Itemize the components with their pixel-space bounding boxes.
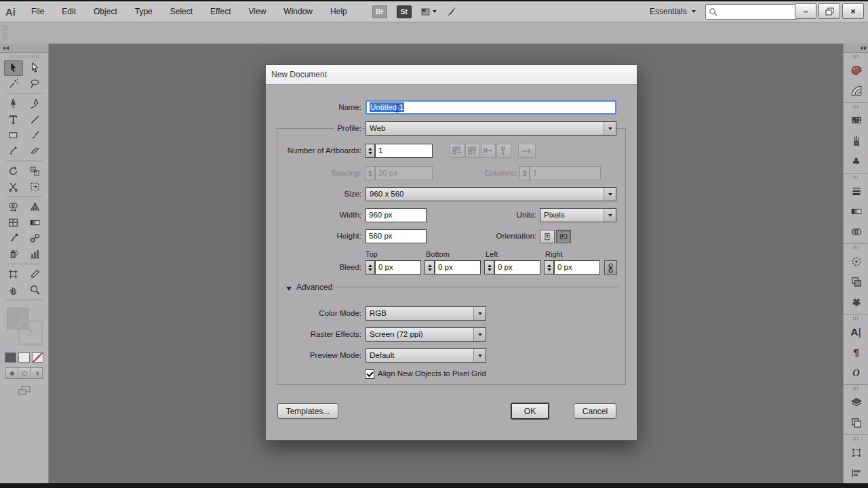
- bleed-right-input[interactable]: 0 px: [554, 260, 600, 274]
- curvature-pen-tool[interactable]: [26, 96, 45, 112]
- stroke-proxy[interactable]: ?: [18, 320, 43, 346]
- rocket-icon[interactable]: [446, 6, 457, 17]
- paintbrush-tool[interactable]: [26, 127, 45, 143]
- profile-dropdown[interactable]: Web: [366, 121, 616, 136]
- cancel-button[interactable]: Cancel: [574, 403, 616, 419]
- menu-file[interactable]: File: [22, 3, 53, 21]
- stock-button[interactable]: St: [397, 5, 412, 18]
- draw-normal-button[interactable]: [6, 368, 18, 378]
- perspective-grid-tool[interactable]: [26, 199, 45, 215]
- size-dropdown-button[interactable]: [604, 188, 616, 201]
- restore-button[interactable]: [818, 3, 840, 19]
- tools-panel-grip[interactable]: [9, 55, 39, 58]
- fill-stroke-proxy[interactable]: ? ?: [5, 306, 43, 347]
- color-themes-panel-button[interactable]: [844, 292, 868, 312]
- align-pixel-grid-label[interactable]: Align New Objects to Pixel Grid: [378, 369, 486, 378]
- transparency-panel-button[interactable]: [844, 222, 868, 242]
- scale-tool[interactable]: [26, 163, 45, 179]
- selection-tool[interactable]: [4, 60, 23, 76]
- pencil-tool[interactable]: [4, 143, 23, 159]
- pen-tool[interactable]: [4, 96, 23, 112]
- scissors-tool[interactable]: [4, 179, 23, 195]
- menu-effect[interactable]: Effect: [201, 3, 239, 21]
- minimize-button[interactable]: –: [795, 3, 816, 19]
- menu-type[interactable]: Type: [126, 3, 161, 21]
- ok-button[interactable]: OK: [511, 403, 549, 420]
- size-dropdown[interactable]: 960 x 560: [366, 187, 616, 201]
- layers-panel-button[interactable]: [844, 392, 868, 413]
- shape-builder-tool[interactable]: [4, 199, 23, 215]
- width-input[interactable]: 960 px: [366, 208, 427, 222]
- graphic-styles-panel-button[interactable]: [844, 272, 868, 292]
- rectangle-tool[interactable]: [4, 127, 23, 143]
- advanced-label[interactable]: Advanced: [296, 283, 332, 292]
- draw-behind-button[interactable]: [18, 368, 31, 378]
- menu-edit[interactable]: Edit: [53, 3, 85, 21]
- color-mode-dropdown[interactable]: RGB: [366, 306, 486, 321]
- menu-object[interactable]: Object: [85, 3, 126, 21]
- profile-dropdown-button[interactable]: [604, 122, 616, 135]
- none-swatch-button[interactable]: [32, 352, 43, 363]
- dock-grip[interactable]: [853, 55, 859, 58]
- close-button[interactable]: ×: [842, 3, 864, 19]
- raster-effects-dropdown-button[interactable]: [473, 328, 486, 341]
- preview-mode-dropdown[interactable]: Default: [366, 348, 486, 363]
- draw-inside-button[interactable]: [31, 368, 42, 378]
- opentype-panel-button[interactable]: O: [844, 363, 868, 383]
- menu-window[interactable]: Window: [275, 3, 321, 21]
- bleed-left-stepper[interactable]: [484, 260, 494, 274]
- swatches-panel-button[interactable]: [844, 110, 868, 131]
- eyedropper-tool[interactable]: [4, 230, 23, 246]
- color-swatch-button[interactable]: [5, 352, 16, 363]
- dialog-title-bar[interactable]: New Document: [266, 65, 637, 85]
- menu-view[interactable]: View: [240, 3, 275, 21]
- eraser-tool[interactable]: [26, 143, 45, 159]
- align-panel-button[interactable]: [844, 463, 868, 483]
- panel-grip[interactable]: [3, 26, 7, 39]
- zoom-tool[interactable]: [26, 282, 45, 298]
- slice-tool[interactable]: [26, 266, 45, 282]
- artboards-stepper[interactable]: [365, 144, 375, 158]
- stroke-panel-button[interactable]: [844, 181, 868, 201]
- line-segment-tool[interactable]: [26, 112, 45, 127]
- bleed-left-input[interactable]: 0 px: [494, 260, 540, 274]
- mesh-tool[interactable]: [4, 215, 23, 230]
- bleed-bottom-stepper[interactable]: [425, 260, 435, 274]
- character-panel-button[interactable]: A|: [844, 322, 868, 342]
- orientation-landscape-button[interactable]: [556, 230, 571, 243]
- bridge-button[interactable]: Br: [372, 5, 387, 18]
- artboards-input[interactable]: 1: [375, 144, 433, 158]
- height-input[interactable]: 560 px: [366, 229, 427, 243]
- column-graph-tool[interactable]: [26, 246, 45, 262]
- symbols-panel-button[interactable]: ♣: [844, 151, 868, 171]
- brushes-panel-button[interactable]: [844, 131, 868, 151]
- gradient-swatch-button[interactable]: [18, 352, 30, 363]
- advanced-expander-icon[interactable]: [286, 287, 292, 291]
- screen-mode-button[interactable]: [18, 385, 31, 396]
- artboards-panel-button[interactable]: [844, 413, 868, 433]
- bleed-right-stepper[interactable]: [544, 260, 554, 274]
- color-guide-panel-button[interactable]: [844, 81, 868, 101]
- units-dropdown-button[interactable]: [604, 209, 616, 222]
- orientation-portrait-button[interactable]: [540, 230, 555, 243]
- arrange-documents-button[interactable]: [421, 7, 437, 16]
- units-dropdown[interactable]: Pixels: [540, 208, 616, 222]
- color-mode-dropdown-button[interactable]: [473, 307, 486, 320]
- hand-tool[interactable]: [4, 282, 23, 298]
- symbol-sprayer-tool[interactable]: [4, 246, 23, 262]
- paragraph-panel-button[interactable]: ¶: [844, 342, 868, 363]
- magic-wand-tool[interactable]: [4, 76, 23, 92]
- appearance-panel-button[interactable]: [844, 251, 868, 272]
- gradient-tool[interactable]: [26, 215, 45, 230]
- collapse-dock-icon[interactable]: [860, 46, 866, 50]
- bleed-bottom-input[interactable]: 0 px: [435, 260, 481, 274]
- bleed-top-input[interactable]: 0 px: [375, 260, 421, 274]
- gradient-panel-button[interactable]: [844, 201, 868, 222]
- color-panel-button[interactable]: [844, 60, 868, 81]
- collapse-panel-icon[interactable]: [3, 46, 9, 50]
- search-input[interactable]: [705, 4, 797, 20]
- transform-panel-button[interactable]: [844, 443, 868, 463]
- workspace-switcher[interactable]: Essentials: [644, 4, 701, 19]
- bleed-link-button[interactable]: [604, 260, 617, 275]
- raster-effects-dropdown[interactable]: Screen (72 ppi): [366, 327, 486, 342]
